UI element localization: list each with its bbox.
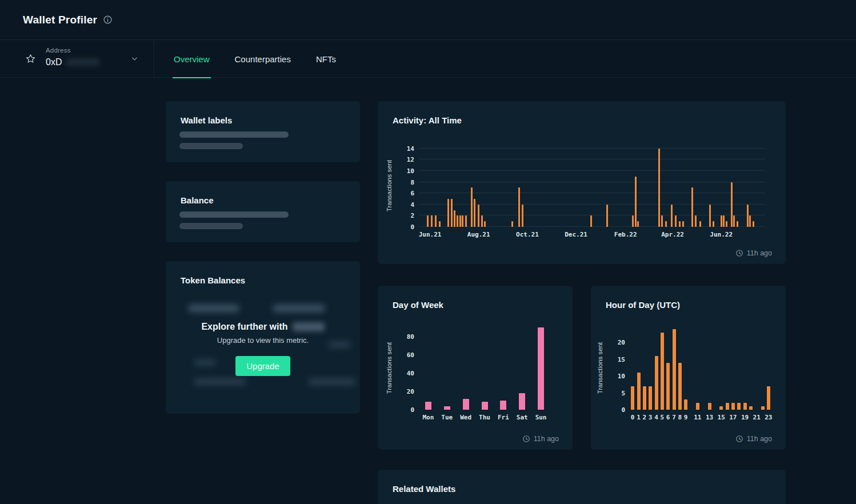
- x-tick-label: 13: [706, 414, 713, 421]
- bar: [696, 403, 699, 410]
- bar: [695, 215, 697, 227]
- y-tick-label: 0: [621, 406, 625, 414]
- bar: [435, 215, 437, 227]
- x-axis-ticks: 012345678911131517192123: [630, 410, 771, 422]
- bar: [519, 393, 525, 410]
- x-tick-label: 17: [729, 414, 737, 421]
- sub-header: Address 0xD Overview Counterparties NFTs: [0, 40, 856, 78]
- tab-counterparties[interactable]: Counterparties: [234, 40, 292, 78]
- address-label: Address: [46, 47, 71, 54]
- chevron-down-icon[interactable]: [130, 55, 139, 63]
- plot-area: [419, 326, 550, 410]
- x-tick-label: 21: [753, 414, 761, 421]
- x-tick-label: 6: [666, 414, 670, 421]
- address-value: 0xD: [46, 57, 62, 67]
- y-axis-label: Transactions sent: [386, 342, 393, 393]
- bar: [709, 205, 711, 227]
- bar: [675, 215, 677, 227]
- bar: [655, 356, 658, 410]
- bar: [500, 401, 506, 410]
- tab-nfts[interactable]: NFTs: [315, 40, 337, 78]
- x-tick-label: 11: [694, 414, 701, 421]
- bar: [511, 221, 513, 227]
- bar: [753, 221, 754, 227]
- tab-overview[interactable]: Overview: [173, 40, 211, 78]
- y-tick-label: 8: [410, 178, 414, 186]
- x-axis-ticks: Jun.21Aug.21Oct.21Dec.21Feb.22Apr.22Jun.…: [419, 227, 765, 239]
- skeleton-bar: [179, 211, 289, 218]
- hour-of-day-chart: Transactions sent 05101520 0123456789111…: [630, 326, 771, 410]
- y-tick-label: 20: [618, 339, 625, 346]
- bar: [665, 221, 667, 227]
- bar: [743, 403, 747, 410]
- x-tick-label: Mon: [422, 414, 434, 421]
- gridline: [419, 148, 765, 149]
- x-tick-label: Thu: [479, 414, 490, 421]
- y-tick-label: 0: [410, 223, 414, 231]
- x-tick-label: Fri: [498, 414, 509, 421]
- y-tick-label: 80: [407, 333, 414, 341]
- x-tick-label: Jun.22: [710, 231, 733, 238]
- y-tick-label: 15: [618, 355, 625, 363]
- y-tick-label: 2: [410, 212, 414, 219]
- bar: [484, 221, 486, 227]
- upgrade-overlay-subtext: Upgrade to view this metric.: [166, 336, 360, 345]
- tab-bar: Overview Counterparties NFTs: [154, 40, 337, 78]
- bar: [522, 205, 523, 227]
- bar: [679, 221, 681, 227]
- balance-title: Balance: [181, 195, 214, 205]
- y-tick-label: 4: [410, 201, 414, 208]
- wallet-labels-title: Wallet labels: [181, 115, 232, 125]
- last-updated: 11h ago: [735, 435, 772, 443]
- star-icon[interactable]: [25, 54, 36, 65]
- skeleton-bar: [179, 143, 243, 149]
- history-clock-icon: [735, 249, 743, 257]
- y-tick-label: 10: [407, 167, 414, 175]
- bar: [726, 403, 729, 410]
- x-tick-label: Dec.21: [565, 231, 587, 238]
- day-of-week-chart: Transactions sent 020406080 MonTueWedThu…: [419, 326, 550, 410]
- gridline: [419, 182, 765, 182]
- bar: [682, 221, 684, 227]
- bar: [632, 215, 634, 227]
- last-updated: 11h ago: [522, 435, 559, 443]
- activity-chart-title: Activity: All Time: [393, 115, 462, 125]
- bar: [635, 177, 637, 227]
- bar: [678, 363, 682, 410]
- bar: [691, 187, 693, 227]
- bar: [721, 215, 722, 227]
- x-tick-label: 7: [672, 414, 676, 421]
- x-tick-label: 23: [765, 414, 772, 421]
- bar: [749, 215, 751, 227]
- y-axis-ticks: 05101520: [607, 326, 625, 410]
- bar: [733, 215, 735, 227]
- upgrade-overlay-heading-row: Explore further with: [166, 322, 360, 332]
- bar: [457, 215, 458, 227]
- bar: [747, 205, 749, 227]
- bar: [462, 215, 463, 227]
- x-tick-label: 9: [684, 414, 688, 421]
- x-tick-label: Feb.22: [614, 231, 637, 238]
- bar: [427, 215, 429, 227]
- history-clock-icon: [522, 435, 530, 443]
- upgrade-button[interactable]: Upgrade: [235, 356, 290, 376]
- bar: [699, 221, 701, 227]
- bar: [713, 221, 714, 227]
- bar: [590, 215, 592, 227]
- x-tick-label: 8: [678, 414, 682, 421]
- upgrade-overlay-heading: Explore further with: [201, 322, 287, 332]
- y-tick-label: 20: [407, 388, 414, 395]
- address-selector[interactable]: Address 0xD: [0, 40, 154, 78]
- history-clock-icon: [735, 435, 743, 443]
- x-tick-label: 5: [661, 414, 665, 421]
- bar: [471, 187, 473, 227]
- bar: [767, 386, 770, 410]
- x-tick-label: 1: [637, 414, 641, 421]
- y-axis-label: Transactions sent: [386, 159, 393, 211]
- related-wallets-panel: Related Wallets: [378, 470, 786, 504]
- info-icon[interactable]: [103, 15, 113, 25]
- hour-of-day-panel: Hour of Day (UTC) Transactions sent 0510…: [591, 286, 786, 450]
- activity-chart: Transactions sent 02468101214 Jun.21Aug.…: [419, 144, 765, 227]
- top-header: Wallet Profiler: [0, 0, 856, 40]
- blurred-brand-logo: [293, 322, 325, 331]
